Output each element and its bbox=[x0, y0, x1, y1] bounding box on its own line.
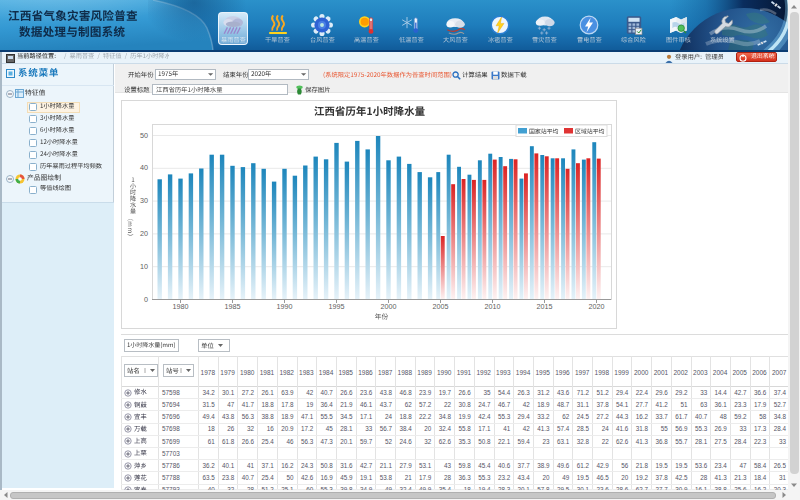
svg-text:2000: 2000 bbox=[381, 302, 397, 311]
svg-text:1985: 1985 bbox=[225, 302, 241, 311]
svg-text:0: 0 bbox=[144, 295, 148, 304]
svg-text:2010: 2010 bbox=[485, 302, 501, 311]
svg-text:10: 10 bbox=[140, 262, 148, 271]
svg-text:20: 20 bbox=[140, 229, 148, 238]
svg-text:50: 50 bbox=[140, 131, 148, 140]
svg-text:1995: 1995 bbox=[329, 302, 345, 311]
svg-text:40: 40 bbox=[140, 163, 148, 172]
svg-text:2020: 2020 bbox=[589, 302, 605, 311]
svg-text:1980: 1980 bbox=[173, 302, 189, 311]
svg-text:2005: 2005 bbox=[433, 302, 449, 311]
svg-text:1990: 1990 bbox=[277, 302, 293, 311]
svg-text:2015: 2015 bbox=[537, 302, 553, 311]
svg-text:30: 30 bbox=[140, 196, 148, 205]
